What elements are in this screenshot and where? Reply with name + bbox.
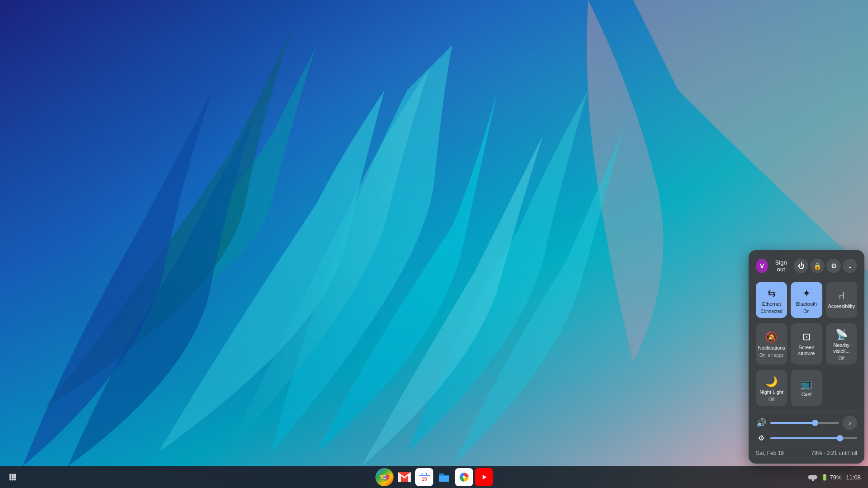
screen-capture-icon: ⊡ (802, 331, 811, 343)
photos-icon (459, 472, 470, 483)
ethernet-toggle[interactable]: ⇆ Ethernet Connected (756, 282, 787, 318)
ethernet-icon: ⇆ (768, 288, 776, 299)
system-tray[interactable]: 🔋 79% 11:08 (805, 470, 864, 484)
night-light-sublabel: Off (768, 397, 774, 402)
notifications-label: Notifications (758, 345, 785, 351)
toggle-grid-row1: ⇆ Ethernet Connected ✦ Bluetooth On ⑁ Ac… (756, 282, 857, 318)
svg-point-12 (383, 476, 386, 479)
nearby-visibility-toggle[interactable]: 📡 Nearby visibil... Off (826, 323, 857, 365)
night-light-label: Night Light (759, 389, 783, 395)
cast-toggle[interactable]: 📺 Cast (791, 370, 822, 406)
ethernet-sublabel: Connected (760, 309, 782, 314)
ethernet-label: Ethernet (762, 301, 781, 307)
clock: 11:08 (846, 474, 861, 481)
settings-button[interactable]: ⚙ (826, 259, 841, 273)
svg-rect-18 (426, 473, 427, 475)
nearby-visibility-label: Nearby visibil... (828, 342, 855, 354)
toggle-grid-row2: 🔕 Notifications On, all apps ⊡ Screen ca… (756, 323, 857, 365)
collapse-button[interactable]: ⌄ (843, 259, 857, 273)
taskbar-app-calendar[interactable]: 19 (415, 468, 433, 486)
accessibility-icon: ⑁ (839, 290, 844, 302)
battery-tray: 🔋 79% (821, 474, 842, 481)
svg-rect-23 (809, 475, 816, 479)
quick-settings-panel: V Sign out ⏻ 🔒 ⚙ ⌄ ⇆ Ethernet Connected … (749, 250, 864, 464)
svg-point-6 (14, 476, 16, 479)
qs-date: Sat, Feb 19 (756, 450, 784, 456)
files-icon (438, 472, 450, 483)
svg-point-20 (463, 476, 465, 479)
user-avatar[interactable]: V (756, 259, 768, 273)
svg-point-2 (12, 474, 14, 476)
wallpaper-svg (0, 0, 868, 466)
bluetooth-sublabel: On (803, 309, 809, 314)
wallpaper (0, 0, 868, 488)
chrome-icon (379, 472, 390, 483)
night-light-toggle[interactable]: 🌙 Night Light Off (756, 370, 787, 406)
accessibility-toggle[interactable]: ⑁ Accessibility (826, 282, 857, 318)
volume-slider-row: 🔊 › (756, 416, 857, 430)
svg-point-5 (12, 476, 14, 479)
cast-icon: 📺 (800, 378, 812, 390)
brightness-slider-row: ⚙ (756, 434, 857, 442)
screen-capture-label: Screen capture (792, 345, 820, 356)
taskbar-center: 19 (375, 468, 493, 486)
taskbar-app-files[interactable] (435, 468, 453, 486)
svg-rect-17 (422, 473, 422, 475)
nearby-visibility-sublabel: Off (839, 356, 844, 361)
header-actions: ⏻ 🔒 ⚙ ⌄ (794, 259, 857, 273)
launcher-icon (8, 473, 17, 482)
notifications-toggle[interactable]: 🔕 Notifications On, all apps (756, 323, 787, 365)
divider2 (756, 446, 857, 446)
taskbar-app-photos[interactable] (455, 468, 473, 486)
sign-out-button[interactable]: Sign out (768, 257, 794, 275)
divider (756, 412, 857, 412)
svg-rect-25 (816, 476, 817, 479)
bluetooth-label: Bluetooth (796, 301, 817, 307)
quick-settings-header: V Sign out ⏻ 🔒 ⚙ ⌄ (756, 257, 857, 275)
launcher-button[interactable] (4, 468, 22, 486)
night-light-icon: 🌙 (765, 376, 778, 388)
notifications-sublabel: On, all apps (759, 353, 783, 358)
tray-icons (808, 472, 817, 483)
youtube-icon (479, 473, 489, 481)
svg-point-8 (12, 479, 14, 481)
brightness-icon: ⚙ (756, 434, 767, 442)
cast-label: Cast (802, 392, 812, 398)
lock-button[interactable]: 🔒 (810, 259, 825, 273)
power-button[interactable]: ⏻ (794, 259, 808, 273)
accessibility-label: Accessibility (828, 303, 855, 309)
svg-point-9 (14, 479, 16, 481)
gmail-icon (398, 472, 411, 482)
volume-icon: 🔊 (756, 418, 767, 428)
svg-point-3 (14, 474, 16, 476)
bluetooth-icon: ✦ (802, 288, 811, 299)
bluetooth-toggle[interactable]: ✦ Bluetooth On (791, 282, 822, 318)
svg-rect-26 (812, 479, 814, 481)
volume-expand-button[interactable]: › (843, 416, 857, 430)
svg-rect-19 (439, 476, 449, 482)
taskbar-app-chrome[interactable] (375, 468, 394, 486)
screen-capture-toggle[interactable]: ⊡ Screen capture (791, 323, 822, 365)
svg-rect-24 (808, 476, 809, 479)
brightness-slider[interactable] (770, 437, 857, 439)
taskbar: 19 (0, 466, 868, 488)
taskbar-right: 🔋 79% 11:08 (805, 470, 864, 484)
taskbar-app-gmail[interactable] (395, 468, 413, 486)
svg-text:19: 19 (422, 477, 427, 482)
volume-slider[interactable] (770, 422, 839, 424)
taskbar-app-youtube[interactable] (475, 468, 493, 486)
battery-percent: 79% (830, 474, 841, 481)
notification-tray-icon (808, 472, 817, 481)
nearby-visibility-icon: 📡 (835, 329, 848, 341)
calendar-icon: 19 (419, 472, 430, 483)
svg-point-4 (9, 476, 12, 479)
volume-slider-thumb[interactable] (812, 420, 818, 426)
svg-rect-15 (419, 475, 430, 476)
svg-point-1 (9, 474, 12, 476)
notifications-icon: 🔕 (765, 332, 778, 343)
brightness-slider-thumb[interactable] (837, 435, 843, 441)
quick-settings-bottom: Sat, Feb 19 79% · 0:21 until full (756, 450, 857, 456)
svg-point-7 (9, 479, 12, 481)
qs-battery-info: 79% · 0:21 until full (811, 450, 857, 456)
taskbar-left (4, 468, 22, 486)
